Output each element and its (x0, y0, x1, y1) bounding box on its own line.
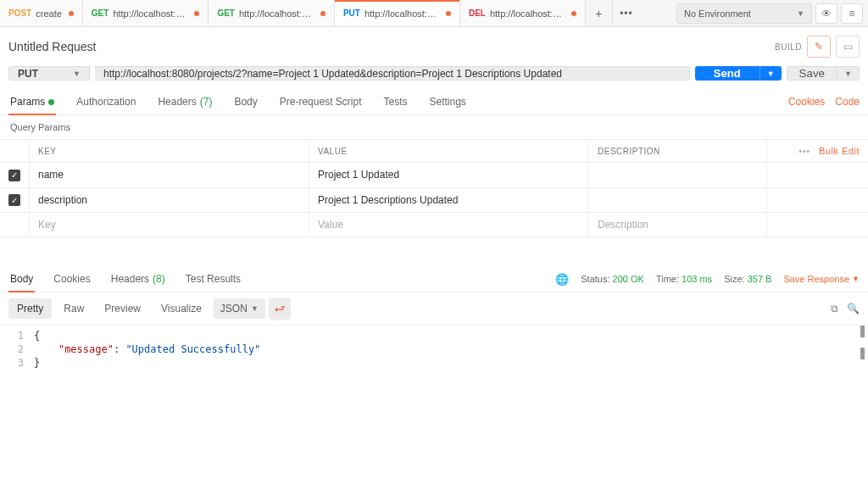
tab-post-create[interactable]: POST create (0, 0, 83, 26)
code-link[interactable]: Code (835, 96, 860, 108)
time-value: 103 ms (682, 274, 712, 284)
request-subtabs-right: Cookies Code (788, 96, 860, 108)
column-options-button[interactable]: ••• (799, 147, 811, 156)
env-quicklook-button[interactable]: 👁 (815, 3, 837, 24)
search-button[interactable]: 🔍 (847, 303, 860, 315)
code-line: 1 { (0, 329, 868, 342)
method-label: DEL (469, 8, 486, 18)
row-value-placeholder[interactable]: Value (309, 213, 589, 237)
add-tab-button[interactable]: + (586, 0, 613, 26)
line-number: 1 (0, 329, 34, 342)
view-pretty[interactable]: Pretty (8, 298, 52, 319)
sliders-icon: ≡ (849, 8, 854, 19)
tab-headers[interactable]: Headers (7) (156, 89, 214, 114)
save-response-button[interactable]: Save Response ▼ (783, 274, 860, 284)
row-key-cell[interactable]: description (30, 187, 309, 213)
table-row-empty: Key Value Description (0, 213, 868, 237)
resp-tab-cookies-label: Cookies (53, 273, 90, 285)
th-value: VALUE (309, 140, 589, 163)
resp-tab-headers[interactable]: Headers (8) (109, 266, 167, 292)
bulk-edit-link[interactable]: Bulk Edit (819, 146, 860, 156)
chevron-down-icon: ▼ (852, 275, 860, 283)
row-desc-cell[interactable] (589, 163, 767, 188)
comment-icon: ▭ (843, 41, 853, 53)
wrap-icon: ⮐ (275, 303, 285, 315)
dirty-dot-icon (446, 11, 451, 16)
environment-select[interactable]: No Environment ▼ (676, 3, 812, 24)
query-params-title: Query Params (0, 115, 868, 139)
row-checkbox-cell[interactable] (0, 213, 30, 237)
dirty-dot-icon (571, 11, 576, 16)
env-settings-button[interactable]: ≡ (841, 3, 863, 24)
tab-params[interactable]: Params (8, 89, 56, 114)
tab-body[interactable]: Body (232, 89, 259, 114)
resp-tab-tests[interactable]: Test Results (184, 266, 242, 292)
request-header-row: Untitled Request BUILD ✎ ▭ (0, 27, 868, 63)
tab-tests[interactable]: Tests (381, 89, 409, 114)
copy-button[interactable]: ⧉ (831, 303, 838, 315)
tab-prerequest[interactable]: Pre-request Script (278, 89, 364, 114)
dirty-dot-icon (194, 11, 199, 16)
resp-tab-cookies[interactable]: Cookies (52, 266, 92, 292)
resp-tab-body[interactable]: Body (8, 266, 35, 292)
save-dropdown-button[interactable]: ▼ (837, 66, 860, 81)
url-input[interactable]: http://localhost:8080/projects/2?name=Pr… (95, 66, 690, 81)
response-body-area[interactable]: 1 { 2 "message": "Updated Successfully" … (0, 326, 868, 373)
request-subtabs-left: Params Authorization Headers (7) Body Pr… (8, 89, 468, 114)
row-desc-cell[interactable] (589, 187, 767, 213)
save-button[interactable]: Save (787, 66, 837, 81)
row-checkbox-cell[interactable]: ✓ (0, 187, 30, 213)
row-value-cell[interactable]: Project 1 Updated (309, 163, 589, 188)
top-bar: POST create GET http://localhost:80... G… (0, 0, 868, 27)
tab-put-active[interactable]: PUT http://localhost:80... (335, 0, 460, 26)
line-number: 2 (0, 342, 34, 356)
table-row: ✓ name Project 1 Updated (0, 163, 868, 188)
globe-icon[interactable]: 🌐 (555, 273, 569, 286)
comments-button[interactable]: ▭ (836, 36, 860, 58)
tab-get-1[interactable]: GET http://localhost:80... (83, 0, 209, 26)
size-value: 357 B (748, 274, 772, 284)
tab-del[interactable]: DEL http://localhost:80... (460, 0, 586, 26)
chevron-down-icon: ▼ (767, 70, 775, 78)
status-group: Status: 200 OK (581, 274, 644, 284)
format-select[interactable]: JSON ▼ (214, 298, 265, 319)
status-label: Status: (581, 274, 609, 284)
row-value-cell[interactable]: Project 1 Descriptions Updated (309, 187, 589, 213)
more-tabs-button[interactable]: ••• (613, 0, 640, 26)
build-area: BUILD ✎ ▭ (775, 36, 860, 58)
row-checkbox-cell[interactable]: ✓ (0, 163, 30, 188)
tab-body-label: Body (234, 96, 257, 108)
send-button[interactable]: Send (695, 66, 760, 81)
row-key-cell[interactable]: name (30, 163, 309, 188)
tab-headers-count: (7) (200, 96, 213, 108)
request-name[interactable]: Untitled Request (8, 40, 97, 53)
cookies-link[interactable]: Cookies (788, 96, 825, 108)
format-value: JSON (220, 303, 248, 315)
row-desc-placeholder[interactable]: Description (589, 213, 767, 237)
chevron-down-icon: ▼ (251, 304, 259, 313)
body-toolbar-left: Pretty Raw Preview Visualize JSON ▼ ⮐ (8, 298, 291, 320)
edit-button[interactable]: ✎ (807, 36, 831, 58)
time-group: Time: 103 ms (656, 274, 712, 284)
tab-tests-label: Tests (383, 96, 407, 108)
row-key-placeholder[interactable]: Key (30, 213, 309, 237)
view-preview[interactable]: Preview (96, 298, 149, 319)
method-label: GET (92, 8, 109, 18)
tab-settings-label: Settings (430, 96, 466, 108)
tab-authorization[interactable]: Authorization (75, 89, 137, 114)
tab-get-2[interactable]: GET http://localhost:80... (209, 0, 335, 26)
code-line: 3 } (0, 356, 868, 370)
view-visualize[interactable]: Visualize (153, 298, 210, 319)
tab-auth-label: Authorization (76, 96, 136, 108)
send-button-group: Send ▼ (695, 66, 782, 81)
send-dropdown-button[interactable]: ▼ (760, 66, 782, 81)
save-response-label: Save Response (783, 274, 849, 284)
wrap-line-button[interactable]: ⮐ (269, 298, 291, 320)
tab-settings[interactable]: Settings (428, 89, 468, 114)
method-select[interactable]: PUT ▼ (8, 66, 90, 81)
method-label: GET (217, 8, 235, 18)
row-actions-cell (766, 163, 868, 188)
view-raw[interactable]: Raw (55, 298, 92, 319)
code-line: 2 "message": "Updated Successfully" (0, 342, 868, 356)
code-key: "message" (58, 343, 114, 355)
